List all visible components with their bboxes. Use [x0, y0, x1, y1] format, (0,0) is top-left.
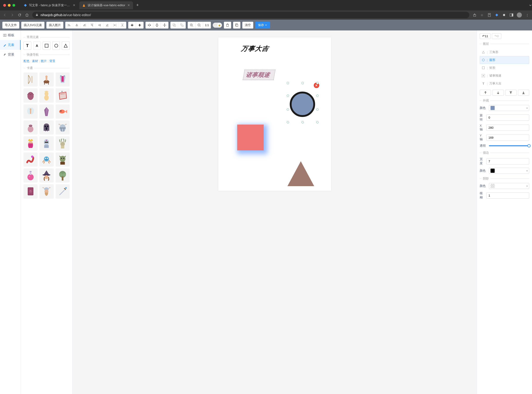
asset-crystal[interactable] [39, 104, 53, 119]
resize-handle[interactable] [316, 121, 319, 123]
align-left-icon[interactable] [66, 22, 73, 28]
x-input[interactable] [486, 124, 529, 131]
menu-icon[interactable]: ⋮ [525, 13, 529, 17]
import-file-button[interactable]: 导入文件 [2, 22, 19, 29]
asset-potion[interactable] [24, 168, 38, 182]
align-bottom-icon[interactable] [103, 22, 111, 28]
asset-cupid[interactable] [39, 88, 53, 102]
center-v-icon[interactable] [136, 22, 143, 28]
asset-ghost[interactable] [39, 120, 53, 135]
align-center-v-icon[interactable] [96, 22, 103, 28]
panel-icon[interactable] [509, 13, 514, 17]
layer-item-rect[interactable]: |矩形 [480, 64, 529, 72]
flip-h-icon[interactable] [146, 22, 153, 28]
resize-handle[interactable] [316, 109, 319, 111]
layer-up-button[interactable] [480, 90, 491, 96]
ungroup-icon[interactable] [178, 22, 186, 28]
puzzle-icon[interactable] [502, 13, 506, 17]
opacity-slider[interactable] [489, 145, 529, 146]
layer-item-itext[interactable]: A|诸事顺遂 [480, 72, 529, 80]
align-right-icon[interactable] [81, 22, 88, 28]
quicknav-color[interactable]: 配色 [24, 59, 30, 63]
asset-medusa[interactable] [56, 136, 70, 150]
layer-item-circle[interactable]: |圆形 [480, 56, 529, 64]
circle-tool[interactable] [52, 41, 60, 50]
asset-viking-helmet[interactable] [56, 120, 70, 135]
text-tool[interactable]: T [24, 41, 31, 50]
resize-handle[interactable] [301, 121, 304, 123]
blur-input[interactable] [486, 192, 529, 199]
share-icon[interactable] [472, 13, 477, 17]
zoom-in-icon[interactable] [188, 22, 195, 28]
distribute-h-icon[interactable] [111, 22, 119, 28]
asset-book[interactable] [24, 184, 38, 198]
save-button[interactable]: 保存 [255, 22, 270, 29]
asset-pouch[interactable] [24, 120, 38, 135]
rect-tool[interactable] [43, 41, 51, 50]
resize-handle[interactable] [287, 95, 289, 97]
asset-spider[interactable] [39, 152, 53, 166]
insert-image-button[interactable]: 插入图片 [46, 22, 63, 29]
align-top-icon[interactable] [88, 22, 96, 28]
rotate-input[interactable] [486, 114, 529, 121]
nav-forward-icon[interactable] [10, 13, 14, 17]
stroke-color-picker[interactable]: ▾ [489, 168, 529, 174]
asset-knight[interactable] [39, 136, 53, 150]
reader-icon[interactable] [487, 13, 491, 17]
asset-sword[interactable] [56, 184, 70, 198]
asset-king[interactable] [24, 136, 38, 150]
window-maximize-icon[interactable] [12, 4, 15, 7]
chevron-down-icon[interactable] [529, 4, 532, 7]
flip-v-icon[interactable] [153, 22, 161, 28]
slider-thumb[interactable] [527, 144, 531, 147]
canvas-triangle[interactable] [287, 161, 314, 186]
group-icon[interactable] [171, 22, 178, 28]
nav-home-icon[interactable] [25, 13, 29, 17]
canvas-area[interactable]: 万事大吉 诸事顺遂 ✕ [73, 31, 477, 394]
new-tab-button[interactable]: + [134, 3, 141, 8]
zoom-reset-button[interactable]: 1:1 [203, 22, 211, 28]
url-input[interactable]: nihaojob.github.io/vue-fabric-editor/ [32, 12, 469, 18]
insert-svg-button[interactable]: 插入SVG元素 [21, 22, 45, 29]
stroke-width-input[interactable] [486, 158, 529, 165]
layer-down-button[interactable] [492, 90, 504, 96]
shadow-color-picker[interactable]: ▾ [489, 183, 529, 189]
star-icon[interactable]: ☆ [480, 13, 484, 17]
distribute-v-icon[interactable] [119, 22, 126, 28]
lock-toggle[interactable]: 🔒 [213, 23, 222, 28]
window-minimize-icon[interactable] [8, 4, 11, 7]
asset-tree[interactable] [56, 168, 70, 182]
extension-icon[interactable] [495, 13, 499, 17]
asset-map[interactable] [56, 88, 70, 102]
browser-tab[interactable]: 写文章 - fabric.js 快速开发一个图 ✕ [21, 1, 78, 9]
resize-handle[interactable] [316, 82, 319, 84]
asset-snake[interactable] [24, 152, 38, 166]
fill-color-picker[interactable]: ▾ [489, 105, 529, 111]
nav-background[interactable]: 背景 [0, 50, 20, 60]
resize-handle[interactable] [287, 82, 289, 84]
tab-close-icon[interactable]: ✕ [73, 4, 76, 7]
quicknav-image[interactable]: 图片 [41, 59, 47, 63]
nav-template[interactable]: 模板 [0, 31, 20, 40]
nav-back-icon[interactable] [3, 13, 7, 17]
triangle-tool[interactable] [62, 41, 70, 50]
asset-viking[interactable] [39, 184, 53, 198]
nav-element[interactable]: 元素 [0, 40, 20, 50]
resize-handle[interactable] [301, 82, 304, 84]
asset-witch[interactable] [39, 168, 53, 182]
asset-fish[interactable] [56, 104, 70, 119]
browser-tab[interactable]: 设计编辑器-vue-fabric-editor ✕ [79, 1, 133, 9]
copy-icon[interactable] [233, 22, 240, 28]
window-close-icon[interactable] [3, 4, 6, 7]
resize-handle[interactable] [287, 121, 289, 123]
canvas-rect[interactable] [237, 124, 264, 150]
asset-orc[interactable] [56, 152, 70, 166]
asset-egg[interactable] [24, 88, 38, 102]
undo-button[interactable]: ↶11 [480, 33, 491, 39]
canvas[interactable]: 万事大吉 诸事顺遂 ✕ [218, 37, 331, 191]
quicknav-material[interactable]: 素材 [32, 59, 38, 63]
canvas-text-2[interactable]: 诸事顺遂 [243, 70, 275, 80]
align-center-h-icon[interactable] [73, 22, 81, 28]
layer-item-triangle[interactable]: |三角形 [480, 48, 529, 56]
y-input[interactable] [486, 135, 529, 141]
